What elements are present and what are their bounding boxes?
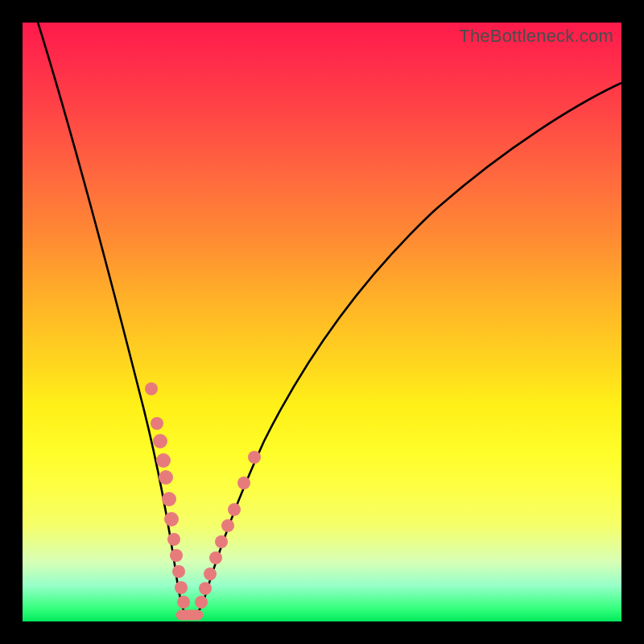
marker-dot xyxy=(151,417,163,430)
marker-group xyxy=(145,382,261,615)
marker-dot xyxy=(156,453,171,468)
marker-dot xyxy=(237,477,250,489)
marker-dot xyxy=(153,434,167,448)
marker-dot xyxy=(221,519,234,532)
chart-svg xyxy=(23,23,621,621)
marker-dot xyxy=(167,533,180,546)
marker-dot xyxy=(145,382,158,395)
marker-dot xyxy=(162,492,176,506)
marker-dot xyxy=(159,470,173,485)
marker-dot xyxy=(175,581,188,594)
marker-dot xyxy=(164,512,179,526)
marker-dot xyxy=(215,535,228,548)
marker-dot xyxy=(177,596,190,609)
marker-dot xyxy=(204,568,217,580)
marker-dot xyxy=(170,549,183,562)
marker-dot xyxy=(195,596,208,609)
marker-dot xyxy=(209,551,222,564)
marker-dot xyxy=(248,451,261,464)
chart-frame: TheBottleneck.com xyxy=(0,0,644,644)
bottleneck-curve xyxy=(35,14,621,618)
plot-area: TheBottleneck.com xyxy=(23,23,621,621)
marker-dot xyxy=(172,565,185,578)
marker-dot xyxy=(199,582,212,595)
marker-dot xyxy=(228,503,241,516)
